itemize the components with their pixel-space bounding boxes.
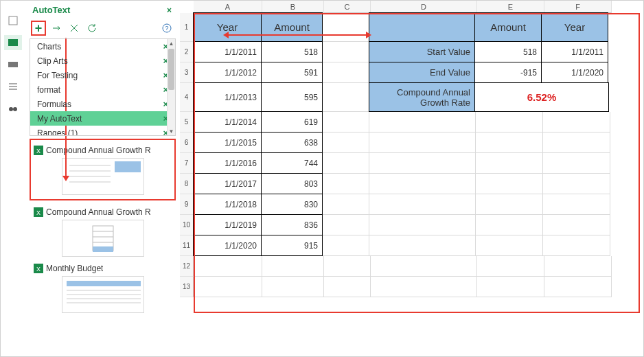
- grid: 1 Year Amount Amount Year 2 1/1/2011 518…: [180, 13, 643, 356]
- cell-C1[interactable]: [323, 13, 369, 42]
- cell-A7[interactable]: 1/1/2016: [193, 152, 262, 174]
- row-number[interactable]: 7: [180, 153, 194, 174]
- pane-close-icon[interactable]: ×: [164, 5, 174, 15]
- preview-item-3[interactable]: XMonthly Budget: [31, 261, 174, 317]
- cell-B11[interactable]: 915: [261, 235, 323, 256]
- scroll-thumb[interactable]: [168, 49, 174, 90]
- svg-text:X: X: [36, 209, 41, 216]
- col-F[interactable]: F: [544, 1, 612, 13]
- group-for-testing[interactable]: For Testing×: [30, 68, 175, 82]
- svg-rect-26: [67, 281, 141, 286]
- row-number[interactable]: 11: [180, 235, 194, 256]
- group-my-autotext[interactable]: My AutoText×: [30, 111, 175, 126]
- cell-D1[interactable]: [369, 12, 475, 42]
- row-number[interactable]: 2: [180, 42, 194, 62]
- cell-D4[interactable]: Compound Annual Growth Rate: [369, 82, 475, 112]
- cell-B6[interactable]: 638: [261, 132, 323, 153]
- cell-A10[interactable]: 1/1/2019: [193, 214, 262, 235]
- cell-F2[interactable]: 1/1/2011: [541, 41, 608, 62]
- row-number[interactable]: 8: [180, 174, 194, 194]
- cell-D2[interactable]: Start Value: [369, 41, 475, 62]
- cell-A5[interactable]: 1/1/2014: [193, 111, 262, 133]
- cell-C2[interactable]: [323, 42, 369, 62]
- col-D[interactable]: D: [371, 1, 477, 13]
- row-number[interactable]: 5: [180, 112, 194, 133]
- preview-item-2[interactable]: XCompound Annual Growth R: [31, 205, 174, 261]
- row-number[interactable]: 10: [180, 215, 194, 235]
- row-number[interactable]: 6: [180, 133, 194, 153]
- svg-text:X: X: [36, 266, 41, 273]
- tab-icon-3[interactable]: [4, 57, 22, 72]
- column-headers: A B C D E F: [194, 1, 612, 13]
- autotext-preview-highlighted: XCompound Annual Growth R: [30, 139, 176, 200]
- cell-E1[interactable]: Amount: [474, 12, 542, 42]
- tool-3[interactable]: [67, 21, 82, 36]
- cell-A6[interactable]: 1/1/2015: [193, 132, 262, 153]
- row-number[interactable]: 12: [180, 256, 194, 277]
- preview-name: Monthly Budget: [46, 264, 103, 273]
- cell-B9[interactable]: 830: [261, 194, 323, 215]
- cell-A4[interactable]: 1/1/2013: [193, 82, 262, 112]
- cell-A9[interactable]: 1/1/2018: [193, 194, 262, 215]
- tab-icon-4[interactable]: [4, 79, 22, 94]
- cell-E2[interactable]: 518: [474, 41, 542, 62]
- col-A[interactable]: A: [194, 1, 262, 13]
- group-format[interactable]: format×: [30, 82, 175, 97]
- row-number[interactable]: 1: [180, 13, 194, 42]
- cell-B2[interactable]: 518: [261, 41, 323, 62]
- cell-A2[interactable]: 1/1/2011: [193, 41, 262, 62]
- svg-point-7: [13, 107, 17, 111]
- row-number[interactable]: 3: [180, 62, 194, 83]
- help-icon[interactable]: ?: [159, 21, 174, 36]
- cell-A8[interactable]: 1/1/2017: [193, 173, 262, 194]
- excel-icon: X: [34, 207, 43, 217]
- col-B[interactable]: B: [262, 1, 324, 13]
- table-row: 51/1/2014619: [180, 112, 643, 133]
- group-clip-arts[interactable]: Clip Arts×: [30, 54, 175, 68]
- row-number[interactable]: 9: [180, 194, 194, 215]
- cell-B7[interactable]: 744: [261, 152, 323, 174]
- add-autotext-button[interactable]: +: [31, 21, 46, 36]
- group-formulas[interactable]: Formulas×: [30, 97, 175, 111]
- svg-rect-0: [9, 16, 17, 25]
- group-ranges[interactable]: Ranges (1)×: [30, 126, 175, 136]
- cell-A11[interactable]: 1/1/2020: [193, 235, 262, 256]
- cell-E4F4-cagr[interactable]: 6.52%: [474, 82, 609, 112]
- row-number[interactable]: 13: [180, 277, 194, 297]
- vertical-tab-strip: [1, 1, 25, 356]
- col-E[interactable]: E: [477, 1, 544, 13]
- cell-B4[interactable]: 595: [261, 82, 323, 112]
- cell-E3[interactable]: -915: [474, 62, 542, 83]
- refresh-button[interactable]: [84, 21, 100, 36]
- scroll-up-icon[interactable]: ▲: [168, 39, 175, 47]
- cell-B8[interactable]: 803: [261, 173, 323, 194]
- tool-2[interactable]: [49, 21, 64, 36]
- pane-toolbar: + ?: [25, 16, 180, 38]
- cell-F3[interactable]: 1/1/2020: [541, 62, 608, 83]
- col-C[interactable]: C: [324, 1, 371, 13]
- scroll-down-icon[interactable]: ▼: [168, 127, 175, 135]
- tab-icon-autotext[interactable]: [4, 35, 22, 50]
- table-row: 91/1/2018830: [180, 194, 643, 215]
- cell-D3[interactable]: End Value: [369, 62, 475, 83]
- row-number[interactable]: 4: [180, 83, 194, 112]
- tab-icon-1[interactable]: [4, 13, 22, 28]
- cell-B1[interactable]: Amount: [261, 12, 323, 42]
- cell-C3[interactable]: [323, 62, 369, 83]
- svg-rect-23: [93, 246, 113, 252]
- cell-A3[interactable]: 1/1/2012: [193, 62, 262, 83]
- table-row: 3 1/1/2012 591 End Value -915 1/1/2020: [180, 62, 643, 83]
- preview-name: Compound Annual Growth R: [46, 207, 151, 217]
- pane-title: AutoText: [32, 5, 164, 15]
- cell-B5[interactable]: 619: [261, 111, 323, 133]
- cell-B3[interactable]: 591: [261, 62, 323, 83]
- table-row: 71/1/2016744: [180, 153, 643, 174]
- tab-icon-binoculars[interactable]: [4, 101, 22, 116]
- autotext-preview-list: XCompound Annual Growth R XMonthly Budge…: [30, 200, 176, 319]
- cell-B10[interactable]: 836: [261, 214, 323, 235]
- groups-scrollbar[interactable]: ▲ ▼: [167, 39, 175, 135]
- group-charts[interactable]: Charts×: [30, 39, 175, 54]
- cell-F1[interactable]: Year: [541, 12, 608, 42]
- cell-C4[interactable]: [323, 83, 369, 112]
- preview-item-1[interactable]: XCompound Annual Growth R: [31, 143, 174, 199]
